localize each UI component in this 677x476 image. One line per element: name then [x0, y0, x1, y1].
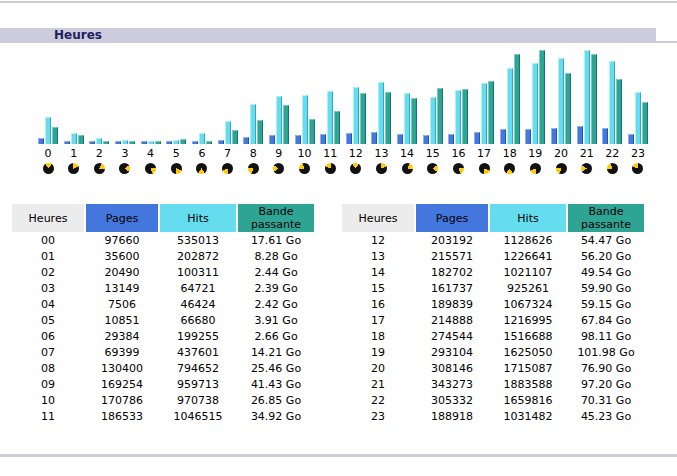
table-cell: 1067324 — [490, 296, 566, 312]
table-cell: 11 — [12, 408, 84, 424]
hour-label-0: 0 — [38, 147, 59, 160]
table-cell: 1046515 — [160, 408, 236, 424]
bandwidth-bar — [514, 54, 520, 144]
hits-bar — [558, 58, 564, 144]
hits-bar — [199, 133, 205, 144]
table-cell: 14.21 Go — [238, 344, 314, 360]
table-cell: 01 — [12, 248, 84, 264]
clock-icon-21 — [581, 163, 592, 174]
clock-icon-23 — [632, 163, 643, 174]
table-cell: 45.23 Go — [568, 408, 644, 424]
table-cell: 1625050 — [490, 344, 566, 360]
hits-bar — [378, 82, 384, 144]
clock-icon-3 — [119, 163, 130, 174]
hour-label-10: 10 — [294, 147, 315, 160]
hour-bar-group-15 — [422, 51, 443, 144]
hour-bar-group-12 — [345, 51, 366, 144]
table-cell: 2.42 Go — [238, 296, 314, 312]
pages-bar — [577, 126, 583, 144]
table-cell: 20490 — [86, 264, 158, 280]
table-cell: 161737 — [416, 280, 488, 296]
hour-bar-group-4 — [140, 51, 161, 144]
table-cell: 1883588 — [490, 376, 566, 392]
column-header-hits: Hits — [490, 204, 566, 232]
pages-bar — [551, 128, 557, 144]
table-cell: 25.46 Go — [238, 360, 314, 376]
hour-bar-group-0 — [38, 51, 59, 144]
hour-label-15: 15 — [422, 147, 443, 160]
table-cell: 17.61 Go — [238, 232, 314, 248]
table-cell: 07 — [12, 344, 84, 360]
hits-bar — [353, 87, 359, 144]
clock-icon-18 — [504, 163, 515, 174]
hours-table: HeuresPagesHitsBande passante12203192112… — [340, 204, 646, 424]
table-cell: 13 — [342, 248, 414, 264]
hour-bar-group-5 — [166, 51, 187, 144]
table-cell: 189839 — [416, 296, 488, 312]
table-cell: 2.44 Go — [238, 264, 314, 280]
table-cell: 188918 — [416, 408, 488, 424]
table-cell: 97.20 Go — [568, 376, 644, 392]
clock-icon-10 — [299, 163, 310, 174]
table-cell: 3.91 Go — [238, 312, 314, 328]
hours-table-left: HeuresPagesHitsBande passante00976605350… — [10, 204, 316, 424]
table-row: 12203192112862654.47 Go — [342, 232, 644, 248]
table-row: 0813040079465225.46 Go — [12, 360, 314, 376]
column-header-pages: Pages — [86, 204, 158, 232]
table-cell: 535013 — [160, 232, 236, 248]
table-cell: 1659816 — [490, 392, 566, 408]
table-row: 16189839106732459.15 Go — [342, 296, 644, 312]
bandwidth-bar — [232, 130, 238, 144]
table-cell: 13149 — [86, 280, 158, 296]
column-header-bande-passante: Bande passante — [568, 204, 644, 232]
table-row: 23188918103148245.23 Go — [342, 408, 644, 424]
table-cell: 1216995 — [490, 312, 566, 328]
hits-bar — [532, 63, 538, 144]
hour-label-22: 22 — [602, 147, 623, 160]
clock-icon-11 — [325, 163, 336, 174]
table-cell: 199255 — [160, 328, 236, 344]
hours-table: HeuresPagesHitsBande passante00976605350… — [10, 204, 316, 424]
pages-bar — [525, 129, 531, 144]
table-cell: 1128626 — [490, 232, 566, 248]
table-cell: 925261 — [490, 280, 566, 296]
bandwidth-bar — [129, 141, 135, 144]
hour-bar-group-21 — [576, 51, 597, 144]
bandwidth-bar — [437, 88, 443, 144]
table-cell: 970738 — [160, 392, 236, 408]
pages-bar — [166, 141, 172, 144]
table-cell: 8.28 Go — [238, 248, 314, 264]
hour-bar-group-23 — [627, 51, 648, 144]
hour-label-16: 16 — [448, 147, 469, 160]
column-header-heures: Heures — [12, 204, 84, 232]
bandwidth-bar — [385, 92, 391, 144]
hour-bar-group-6 — [191, 51, 212, 144]
pages-bar — [500, 129, 506, 144]
clock-icon-0 — [43, 163, 54, 174]
hour-bar-group-19 — [525, 51, 546, 144]
bandwidth-bar — [360, 93, 366, 144]
table-cell: 1031482 — [490, 408, 566, 424]
hour-label-19: 19 — [525, 147, 546, 160]
table-row: 21343273188358897.20 Go — [342, 376, 644, 392]
bandwidth-bar — [78, 135, 84, 144]
hits-bar — [225, 121, 231, 144]
hits-bar — [148, 141, 154, 144]
bandwidth-bar — [565, 73, 571, 144]
pages-bar — [115, 141, 121, 144]
hour-bar-group-10 — [294, 51, 315, 144]
bandwidth-bar — [257, 120, 263, 144]
table-cell: 101.98 Go — [568, 344, 644, 360]
clock-icon-1 — [68, 163, 79, 174]
table-cell: 08 — [12, 360, 84, 376]
table-cell: 29384 — [86, 328, 158, 344]
pages-bar — [89, 141, 95, 144]
pages-bar — [141, 141, 147, 144]
table-cell: 05 — [12, 312, 84, 328]
table-cell: 21 — [342, 376, 414, 392]
clock-icon-12 — [350, 163, 361, 174]
hour-bar-group-13 — [371, 51, 392, 144]
clock-icon-9 — [273, 163, 284, 174]
table-cell: 305332 — [416, 392, 488, 408]
bandwidth-bar — [283, 105, 289, 144]
